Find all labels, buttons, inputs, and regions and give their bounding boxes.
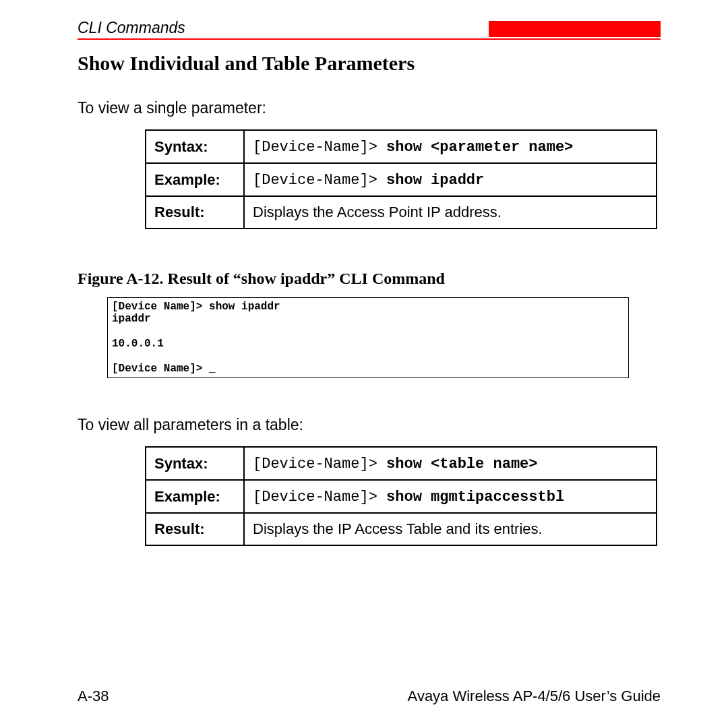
cell-syntax-label: Syntax: bbox=[146, 130, 244, 163]
cell-result-label: Result: bbox=[146, 196, 244, 229]
cell-example-value: [Device-Name]> show ipaddr bbox=[244, 163, 657, 196]
cell-result-label: Result: bbox=[146, 513, 244, 545]
table-single-param: Syntax: [Device-Name]> show <parameter n… bbox=[145, 129, 657, 229]
syntax-cmd: show <table name> bbox=[377, 456, 538, 473]
terminal-output: [Device Name]> show ipaddr ipaddr 10.0.0… bbox=[107, 297, 629, 378]
footer-page-number: A-38 bbox=[78, 688, 109, 705]
table-row: Example: [Device-Name]> show mgmtipacces… bbox=[146, 480, 657, 513]
page-footer: A-38 Avaya Wireless AP-4/5/6 User’s Guid… bbox=[78, 688, 661, 705]
cell-example-value: [Device-Name]> show mgmtipaccesstbl bbox=[244, 480, 657, 513]
intro-single-param: To view a single parameter: bbox=[78, 99, 661, 117]
header-section: CLI Commands bbox=[78, 19, 185, 37]
cell-syntax-value: [Device-Name]> show <table name> bbox=[244, 447, 657, 480]
header-red-bar bbox=[489, 21, 661, 37]
cell-result-value: Displays the Access Point IP address. bbox=[244, 196, 657, 229]
example-prefix: [Device-Name]> bbox=[253, 489, 377, 506]
syntax-prefix: [Device-Name]> bbox=[253, 456, 377, 473]
cell-syntax-label: Syntax: bbox=[146, 447, 244, 480]
intro-table-param: To view all parameters in a table: bbox=[78, 416, 661, 434]
cell-syntax-value: [Device-Name]> show <parameter name> bbox=[244, 130, 657, 163]
table-row: Result: Displays the Access Point IP add… bbox=[146, 196, 657, 229]
cell-example-label: Example: bbox=[146, 163, 244, 196]
cell-example-label: Example: bbox=[146, 480, 244, 513]
table-row: Syntax: [Device-Name]> show <table name> bbox=[146, 447, 657, 480]
cell-result-value: Displays the IP Access Table and its ent… bbox=[244, 513, 657, 545]
syntax-prefix: [Device-Name]> bbox=[253, 139, 377, 156]
table-row: Result: Displays the IP Access Table and… bbox=[146, 513, 657, 545]
table-row: Example: [Device-Name]> show ipaddr bbox=[146, 163, 657, 196]
section-title: Show Individual and Table Parameters bbox=[78, 52, 661, 75]
footer-guide-name: Avaya Wireless AP-4/5/6 User’s Guide bbox=[408, 688, 661, 705]
example-cmd: show mgmtipaccesstbl bbox=[377, 489, 564, 506]
header-rule bbox=[78, 38, 661, 40]
example-prefix: [Device-Name]> bbox=[253, 172, 377, 189]
example-cmd: show ipaddr bbox=[377, 172, 484, 189]
page-header: CLI Commands bbox=[78, 19, 661, 37]
table-row: Syntax: [Device-Name]> show <parameter n… bbox=[146, 130, 657, 163]
figure-caption: Figure A-12. Result of “show ipaddr” CLI… bbox=[78, 270, 661, 288]
table-all-params: Syntax: [Device-Name]> show <table name>… bbox=[145, 446, 657, 546]
syntax-cmd: show <parameter name> bbox=[377, 139, 573, 156]
